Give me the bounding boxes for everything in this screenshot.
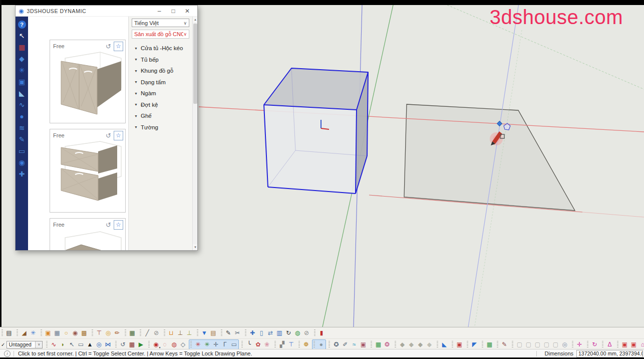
toolbar-icon-t-table[interactable]: ⊤ xyxy=(286,340,295,349)
category-item[interactable]: ▼Khung đồ gỗ xyxy=(129,65,192,77)
category-item[interactable]: ▼Dạng tấm xyxy=(129,77,192,88)
toolbar-icon-rock-4[interactable]: ◆ xyxy=(425,340,434,349)
toolbar-grip[interactable] xyxy=(115,341,117,348)
rotate-icon[interactable]: ↺ xyxy=(106,132,111,139)
minimize-button[interactable]: – xyxy=(152,8,166,15)
toolbar-grip[interactable] xyxy=(148,341,150,348)
expand-triangle-icon[interactable]: ▼ xyxy=(134,69,138,73)
toolbar-grip[interactable] xyxy=(46,341,48,348)
toolbar-icon-frame-all[interactable]: ▭ xyxy=(229,340,238,349)
toolbar-icon-pick[interactable]: ↖ xyxy=(67,340,76,349)
toolbar-grip[interactable] xyxy=(221,329,222,336)
toolbar-icon-panel[interactable]: ▥ xyxy=(275,328,284,337)
toolbar-icon-cube-5[interactable]: ▢ xyxy=(551,340,560,349)
rotate-icon[interactable]: ↺ xyxy=(106,43,111,50)
toolbar-icon-frame-ai[interactable]: ▭ xyxy=(76,340,85,349)
category-item[interactable]: ▼Tủ bếp xyxy=(129,54,192,66)
toolbar-icon-hook[interactable]: ╰ xyxy=(244,340,253,349)
info-icon[interactable]: i xyxy=(4,350,11,357)
category-item[interactable]: ▼Ghế xyxy=(129,110,192,122)
toolbar-icon-book[interactable]: ▤ xyxy=(209,328,218,337)
polyline-icon[interactable]: ∿ xyxy=(17,99,27,110)
toolbar-icon-select-box[interactable]: ▤ xyxy=(5,328,14,337)
toolbar-grip[interactable] xyxy=(512,341,513,348)
star-icon[interactable]: ☆ xyxy=(116,43,121,50)
toolbar-icon-clamp[interactable]: ⊔ xyxy=(167,328,176,337)
component-card[interactable]: Free ↺ ☆ xyxy=(50,218,126,250)
toolbar-icon-stairs[interactable]: ▞ xyxy=(277,340,286,349)
toolbar-icon-cube-4[interactable]: ▢ xyxy=(542,340,551,349)
toolbar-icon-chisel[interactable]: ⊥ xyxy=(185,328,194,337)
expand-triangle-icon[interactable]: ▼ xyxy=(134,58,138,61)
expand-triangle-icon[interactable]: ▼ xyxy=(134,80,138,84)
toolbar-grip[interactable] xyxy=(314,329,315,336)
toolbar-grip[interactable] xyxy=(497,341,498,348)
maximize-button[interactable]: □ xyxy=(166,8,180,15)
toolbar-icon-axe[interactable]: ◢ xyxy=(20,328,29,337)
toolbar-icon-rotate-g[interactable]: ↻ xyxy=(590,340,599,349)
toolbar-icon-paint-brush[interactable]: ✏ xyxy=(113,328,122,337)
toolbar-grip[interactable] xyxy=(587,341,588,348)
component-thumbnail-cabinet-doors[interactable] xyxy=(50,51,125,123)
toolbar-icon-wedge[interactable]: ◤ xyxy=(470,340,479,349)
toolbar-icon-shield[interactable]: ◇ xyxy=(178,340,187,349)
toolbar-grip[interactable] xyxy=(437,341,438,348)
toolbar-icon-move[interactable]: ✚ xyxy=(248,328,257,337)
star-icon[interactable]: ☆ xyxy=(116,221,121,228)
toolbar-icon-bowtie[interactable]: ⋈ xyxy=(103,340,112,349)
toolbar-icon-scatter-red[interactable]: ✳ xyxy=(193,340,202,349)
expand-triangle-icon[interactable]: ▼ xyxy=(134,125,138,129)
toolbar-icon-paint-globe[interactable]: ◍ xyxy=(293,328,302,337)
chevron-down-icon[interactable]: ∨ xyxy=(35,341,42,348)
toolbar-icon-dash-box-2[interactable]: ▣ xyxy=(629,340,638,349)
toolbar-grip[interactable] xyxy=(190,341,192,348)
toolbar-grip[interactable] xyxy=(245,329,246,336)
toolbar-grip[interactable] xyxy=(92,329,93,336)
toolbar-icon-no-draw[interactable]: ⊘ xyxy=(152,328,161,337)
laptop-icon[interactable]: ▭ xyxy=(17,145,27,156)
tag-select[interactable]: Untagged ∨ xyxy=(7,341,43,348)
toolbar-grip[interactable] xyxy=(2,329,3,336)
paint-drop-icon[interactable]: ● xyxy=(17,111,27,121)
toolbar-icon-ball-pen[interactable]: ❁ xyxy=(301,340,310,349)
component-thumbnail-cabinet-drawers[interactable] xyxy=(50,140,125,213)
layers-icon[interactable]: ≋ xyxy=(17,122,27,133)
toolbar-icon-shield-outline[interactable]: ✪ xyxy=(332,340,341,349)
toolbar-icon-toolbox[interactable]: ▩ xyxy=(80,328,89,337)
help-icon[interactable]: ? xyxy=(18,21,26,29)
drawn-face-plane[interactable] xyxy=(404,104,575,211)
toolbar-grip[interactable] xyxy=(572,341,573,348)
toolbar-icon-h-dimension[interactable]: ✛ xyxy=(575,340,584,349)
expand-triangle-icon[interactable]: ▼ xyxy=(134,47,138,50)
avatar-icon[interactable]: ◉ xyxy=(17,157,27,167)
toolbar-grip[interactable] xyxy=(41,329,42,336)
close-button[interactable]: ✕ xyxy=(180,8,194,15)
toolbar-icon-dashed-circle[interactable]: ◌ xyxy=(160,340,169,349)
toolbar-icon-texture[interactable]: ▦ xyxy=(128,328,137,337)
toolbar-icon-cylinder[interactable]: ● xyxy=(316,340,326,349)
scroll-up-icon[interactable]: ▲ xyxy=(193,17,197,23)
toolbar-icon-cube-2[interactable]: ▢ xyxy=(524,340,533,349)
toolbar-icon-trash[interactable]: ▯ xyxy=(257,328,266,337)
toolbar-icon-green-grid[interactable]: ▦ xyxy=(374,340,383,349)
toolbar-icon-fold-arrow[interactable]: ◣ xyxy=(440,340,449,349)
toolbar-grip[interactable] xyxy=(197,329,198,336)
toolbar-icon-scissors[interactable]: ✂ xyxy=(233,328,242,337)
toolbar-grip[interactable] xyxy=(482,341,483,348)
toolbar-icon-ink-brush[interactable]: ✎ xyxy=(224,328,233,337)
toolbar-grip[interactable] xyxy=(125,329,126,336)
toolbar-icon-mirror[interactable]: Δ xyxy=(605,340,614,349)
dialog-titlebar[interactable]: ◉ 3DSHOUSE DYNAMIC – □ ✕ xyxy=(16,6,197,17)
toolbar-icon-pen-curve[interactable]: ✐ xyxy=(341,340,350,349)
toolbar-icon-blob[interactable]: ❀ xyxy=(262,340,271,349)
move-icon[interactable]: ✚ xyxy=(17,168,27,179)
toolbar-icon-magnifier[interactable]: ◎ xyxy=(104,328,113,337)
toolbar-icon-balloons[interactable]: ❂ xyxy=(383,340,392,349)
toolbar-icon-hatched-sphere[interactable]: ◍ xyxy=(169,340,178,349)
toolbar-icon-rock-2[interactable]: ◆ xyxy=(407,340,416,349)
toolbar-icon-chip[interactable]: ▦ xyxy=(485,340,494,349)
dimensions-input[interactable]: 1372040.00 mm, 2397394.00 m xyxy=(576,350,643,357)
toolbar-grip[interactable] xyxy=(140,329,141,336)
component-thumbnail-open-boxes[interactable] xyxy=(50,230,125,250)
gear-burst-icon[interactable]: ✳ xyxy=(17,65,27,75)
